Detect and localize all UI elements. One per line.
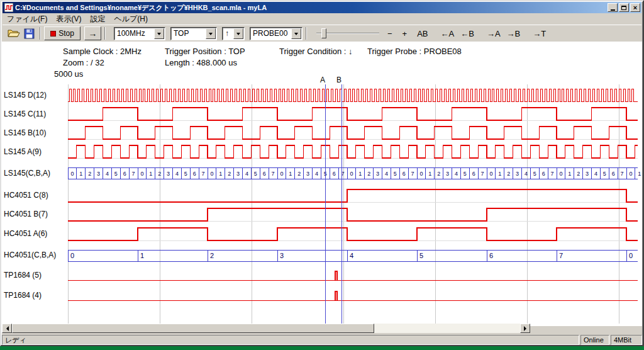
info-length: Length : 488.000 us	[165, 58, 237, 67]
prev-a-button[interactable]: ←A	[439, 29, 457, 38]
info-trigger-position: Trigger Position : TOP	[165, 47, 245, 56]
stop-button[interactable]: Stop	[44, 26, 80, 40]
prev-b-button[interactable]: ←B	[458, 29, 476, 38]
trigger-edge-value: ↑	[225, 29, 233, 38]
menu-file[interactable]: ファイル(F)	[3, 14, 52, 25]
open-button[interactable]	[6, 26, 21, 40]
stop-label: Stop	[58, 29, 74, 38]
time-scale-label: 5000 us	[54, 69, 83, 79]
waveform-client: Sample Clock : 2MHz Trigger Position : T…	[2, 42, 642, 326]
zoom-slider-handle[interactable]	[321, 28, 326, 38]
zoom-in-button[interactable]: +	[401, 29, 409, 38]
app-window: C:¥Documents and Settings¥noname¥デスクトップ¥…	[0, 0, 644, 346]
minimize-icon	[611, 9, 615, 11]
toolbar-separator	[306, 27, 307, 40]
arrow-left-icon	[4, 326, 9, 331]
sample-clock-value: 100MHz	[117, 29, 153, 38]
scrollbar-track[interactable]	[12, 324, 520, 333]
zoom-out-button[interactable]: −	[386, 29, 394, 38]
menu-settings[interactable]: 設定	[86, 14, 109, 25]
status-message: レディ	[2, 335, 579, 345]
toolbar-separator	[104, 27, 106, 40]
status-online: Online	[580, 335, 609, 345]
close-button[interactable]: ×	[630, 3, 640, 12]
trigger-position-value: TOP	[174, 29, 205, 38]
scrollbar-thumb[interactable]	[12, 324, 374, 333]
trigger-probe-select[interactable]: PROBE00	[250, 27, 303, 40]
menubar: ファイル(F) 表示(V) 設定 ヘルプ(H)	[3, 13, 641, 25]
trigger-position-select[interactable]: TOP	[170, 27, 217, 40]
statusbar: レディ Online 4MBit	[2, 334, 642, 345]
floppy-icon	[24, 28, 35, 39]
menu-help[interactable]: ヘルプ(H)	[109, 14, 152, 25]
chevron-down-icon[interactable]	[206, 28, 216, 39]
zoom-slider[interactable]	[315, 27, 380, 40]
save-button[interactable]	[21, 26, 36, 40]
scroll-left-button[interactable]	[2, 324, 12, 333]
stop-icon	[50, 31, 56, 37]
arrow-right-icon	[524, 326, 529, 331]
window-controls: ×	[608, 3, 640, 12]
info-sample-clock: Sample Clock : 2MHz	[63, 47, 142, 56]
window-title: C:¥Documents and Settings¥noname¥デスクトップ¥…	[15, 3, 605, 13]
trigger-edge-select[interactable]: ↑	[222, 27, 245, 40]
info-trigger-condition: Trigger Condition : ↓	[279, 47, 353, 56]
chevron-down-icon[interactable]	[233, 28, 243, 39]
toolbar-separator	[40, 27, 41, 40]
next-a-button[interactable]: →A	[485, 29, 502, 38]
cursor-ab-button[interactable]: AB	[415, 29, 430, 38]
goto-trigger-button[interactable]: →T	[531, 29, 548, 38]
app-icon	[4, 3, 13, 12]
status-memory: 4MBit	[611, 335, 642, 345]
toolbar: Stop → 100MHz TOP ↑ PROBE00	[3, 25, 641, 42]
open-folder-icon	[8, 28, 20, 38]
run-button[interactable]: →	[84, 26, 101, 40]
minimize-button[interactable]	[608, 3, 618, 12]
horizontal-scrollbar[interactable]	[2, 324, 530, 333]
scroll-right-button[interactable]	[520, 324, 530, 333]
trigger-probe-value: PROBE00	[253, 29, 291, 38]
chevron-down-icon[interactable]	[291, 28, 301, 39]
maximize-icon	[621, 6, 626, 10]
maximize-button[interactable]	[619, 3, 629, 12]
info-zoom: Zoom : / 32	[63, 58, 104, 67]
next-b-button[interactable]: →B	[505, 29, 523, 38]
titlebar[interactable]: C:¥Documents and Settings¥noname¥デスクトップ¥…	[3, 2, 641, 13]
chevron-down-icon[interactable]	[154, 28, 164, 39]
info-trigger-probe: Trigger Probe : PROBE08	[367, 47, 462, 56]
sample-clock-select[interactable]: 100MHz	[114, 27, 165, 40]
menu-view[interactable]: 表示(V)	[52, 14, 86, 25]
